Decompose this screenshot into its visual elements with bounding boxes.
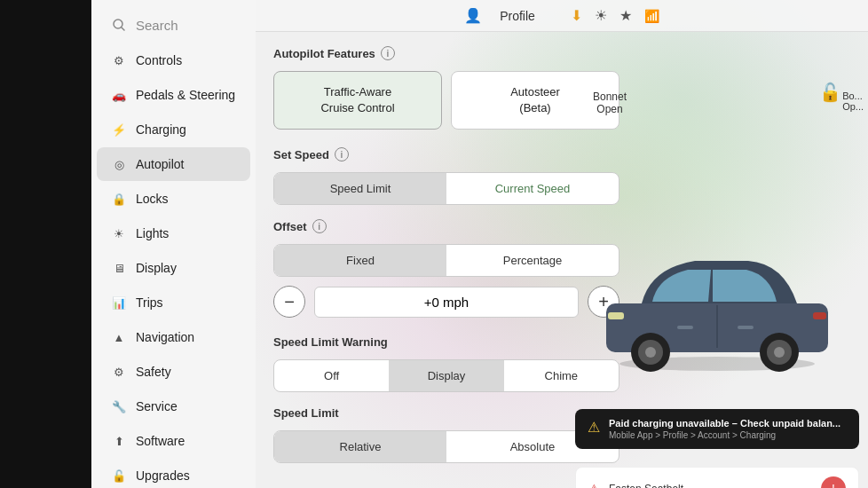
main-content: 👤 Profile ⬇ ☀ ★ 📶 Autopilot Features i T… (256, 0, 868, 488)
lights-icon: ☀ (111, 225, 127, 241)
svg-rect-11 (813, 312, 826, 319)
car-panel: Bonnet Open 🔓 Bo...Op... (566, 73, 868, 488)
search-label: Search (136, 18, 178, 33)
download-icon: ⬇ (571, 7, 582, 24)
seatbelt-icon: ⚠ (588, 482, 600, 488)
boot-open-label: Bo...Op... (842, 91, 864, 112)
svg-point-9 (774, 347, 785, 358)
traffic-aware-btn[interactable]: Traffic-Aware Cruise Control (273, 71, 442, 130)
seatbelt-warning-dot: ! (821, 476, 846, 488)
seatbelt-alert: ⚠ Fasten Seatbelt ! (575, 467, 859, 488)
lights-label: Lights (136, 226, 169, 240)
sidebar-items: ⚙ Controls 🚗 Pedals & Steering ⚡ Chargin… (91, 43, 256, 488)
search-icon (111, 17, 127, 33)
svg-point-6 (645, 347, 656, 358)
car-image (588, 232, 846, 378)
fixed-option[interactable]: Fixed (274, 245, 446, 276)
pedals-label: Pedals & Steering (136, 88, 235, 102)
signal-icon: 📶 (644, 9, 659, 23)
sidebar-item-locks[interactable]: 🔒 Locks (97, 182, 250, 216)
sidebar-search[interactable]: Search (97, 8, 250, 42)
sidebar-item-charging[interactable]: ⚡ Charging (97, 113, 250, 146)
safety-icon: ⚙ (111, 364, 127, 380)
locks-label: Locks (136, 192, 169, 206)
controls-icon: ⚙ (111, 52, 127, 68)
sidebar-item-service[interactable]: 🔧 Service (97, 390, 250, 423)
autopilot-label: Autopilot (136, 157, 184, 171)
sidebar-item-software[interactable]: ⬆ Software (97, 424, 250, 458)
sun-icon: ☀ (595, 7, 607, 24)
warning-icon: ⚠ (588, 419, 600, 436)
upgrades-label: Upgrades (136, 468, 190, 483)
header-icons: ⬇ ☀ ★ 📶 (571, 7, 659, 24)
unlock-icon: 🔓 (819, 82, 841, 103)
sidebar-item-display[interactable]: 🖥 Display (97, 251, 250, 285)
autopilot-icon: ◎ (111, 156, 127, 172)
service-label: Service (136, 399, 178, 413)
trips-label: Trips (136, 295, 163, 310)
sidebar-item-upgrades[interactable]: 🔓 Upgrades (97, 459, 250, 488)
sidebar-item-pedals[interactable]: 🚗 Pedals & Steering (97, 78, 250, 112)
locks-icon: 🔒 (111, 191, 127, 207)
alert-subtitle: Mobile App > Profile > Account > Chargin… (609, 430, 840, 440)
speed-limit-option[interactable]: Speed Limit (274, 173, 446, 204)
offset-value: +0 mph (314, 287, 579, 318)
sidebar-item-navigation[interactable]: ▲ Navigation (97, 320, 250, 354)
service-icon: 🔧 (111, 398, 127, 414)
slw-display-option[interactable]: Display (389, 360, 503, 391)
seatbelt-label: Fasten Seatbelt (609, 483, 683, 488)
sidebar-item-lights[interactable]: ☀ Lights (97, 216, 250, 250)
autopilot-info-icon[interactable]: i (381, 46, 395, 60)
autopilot-features-title: Autopilot Features i (273, 46, 619, 60)
bonnet-open-label: Bonnet Open (593, 91, 627, 115)
trips-icon: 📊 (111, 295, 127, 311)
charging-label: Charging (136, 122, 186, 137)
upgrades-icon: 🔓 (111, 468, 127, 484)
charging-alert-banner: ⚠ Paid charging unavailable – Check unpa… (575, 409, 859, 449)
charging-icon: ⚡ (111, 122, 127, 138)
navigation-icon: ▲ (111, 329, 127, 345)
pedals-icon: 🚗 (111, 87, 127, 103)
offset-info-icon[interactable]: i (312, 219, 327, 233)
slw-off-option[interactable]: Off (274, 360, 389, 391)
svg-rect-14 (738, 326, 754, 329)
offset-minus-btn[interactable]: − (273, 286, 305, 318)
sidebar: Search ⚙ Controls 🚗 Pedals & Steering ⚡ … (91, 0, 256, 488)
header-bar: 👤 Profile ⬇ ☀ ★ 📶 (256, 0, 868, 32)
left-edge-panel (0, 0, 91, 488)
alert-title: Paid charging unavailable – Check unpaid… (609, 418, 840, 429)
profile-label[interactable]: Profile (500, 9, 535, 23)
software-icon: ⬆ (111, 433, 127, 449)
controls-label: Controls (136, 53, 182, 67)
display-icon: 🖥 (111, 260, 127, 276)
profile-icon: 👤 (464, 7, 482, 24)
navigation-label: Navigation (136, 330, 194, 344)
sidebar-item-safety[interactable]: ⚙ Safety (97, 355, 250, 389)
svg-rect-10 (608, 312, 624, 319)
bluetooth-icon: ★ (619, 7, 632, 24)
svg-rect-13 (677, 326, 693, 329)
sidebar-item-controls[interactable]: ⚙ Controls (97, 43, 250, 77)
set-speed-info-icon[interactable]: i (335, 147, 349, 161)
relative-option[interactable]: Relative (274, 431, 446, 462)
display-label: Display (136, 261, 177, 275)
safety-label: Safety (136, 365, 171, 379)
software-label: Software (136, 434, 185, 448)
sidebar-item-autopilot[interactable]: ◎ Autopilot (97, 147, 250, 181)
sidebar-item-trips[interactable]: 📊 Trips (97, 286, 250, 319)
svg-line-1 (122, 28, 124, 30)
